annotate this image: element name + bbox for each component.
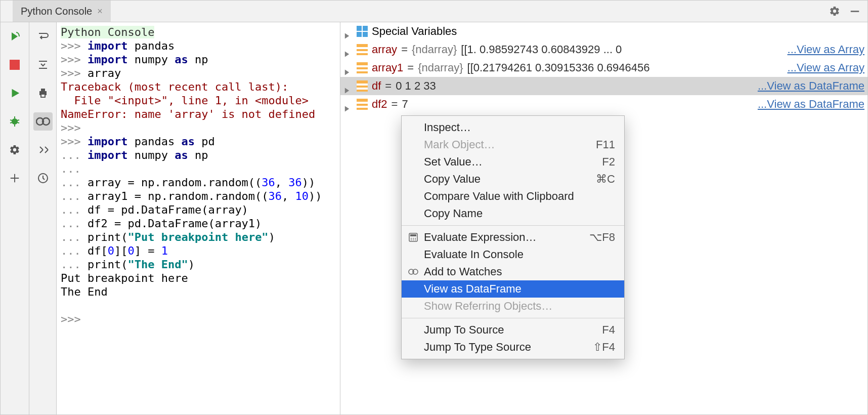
struct-icon xyxy=(357,99,368,110)
svg-rect-9 xyxy=(41,89,45,91)
menu-item[interactable]: Jump To Type Source⇧F4 xyxy=(402,339,624,356)
menu-separator xyxy=(402,318,624,318)
menu-item[interactable]: Jump To SourceF4 xyxy=(402,321,624,339)
var-type: {ndarray} xyxy=(418,59,463,77)
print-icon[interactable] xyxy=(33,84,53,102)
context-menu: Inspect…Mark Object…F11Set Value…F2Copy … xyxy=(401,115,625,359)
svg-rect-0 xyxy=(851,11,859,12)
menu-item-label: Jump To Type Source xyxy=(424,338,531,356)
menu-item-label: Inspect… xyxy=(424,118,471,137)
rerun-icon[interactable] xyxy=(5,27,24,46)
menu-item[interactable]: Compare Value with Clipboard xyxy=(402,188,624,205)
variable-row[interactable]: array = {ndarray} [[1. 0.98592743 0.6084… xyxy=(340,40,867,59)
variables-pane: Special Variables array = {ndarray} [[1.… xyxy=(340,22,867,414)
minimize-icon[interactable] xyxy=(848,5,861,18)
view-as-link[interactable]: ...View as DataFrame xyxy=(755,77,864,95)
stop-icon[interactable] xyxy=(5,56,24,74)
svg-rect-1 xyxy=(10,60,20,70)
variable-row[interactable]: array1 = {ndarray} [[0.21794261 0.309153… xyxy=(340,59,867,77)
special-variables-row[interactable]: Special Variables xyxy=(340,22,867,40)
menu-item[interactable]: Inspect… xyxy=(402,119,624,136)
variable-row[interactable]: df2 = 7...View as DataFrame xyxy=(340,95,867,113)
left-gutter-secondary xyxy=(29,22,57,414)
struct-icon xyxy=(357,44,368,55)
svg-rect-17 xyxy=(363,32,368,37)
svg-rect-16 xyxy=(357,32,362,37)
menu-item-label: Compare Value with Clipboard xyxy=(424,187,574,205)
tab-bar: Python Console × xyxy=(1,1,867,22)
menu-item-label: Set Value… xyxy=(424,153,483,171)
variable-row[interactable]: df = 0 1 2 33...View as DataFrame xyxy=(340,77,867,95)
svg-line-5 xyxy=(10,120,12,120)
menu-shortcut: ⌘C xyxy=(596,170,615,188)
watches-icon xyxy=(408,266,419,277)
svg-point-24 xyxy=(413,239,414,240)
struct-icon xyxy=(357,62,368,73)
svg-rect-15 xyxy=(363,26,368,31)
menu-shortcut: ⇧F4 xyxy=(593,338,615,356)
tab-label: Python Console xyxy=(21,6,92,17)
tab-python-console[interactable]: Python Console × xyxy=(13,1,111,22)
menu-item[interactable]: Add to Watches xyxy=(402,263,624,280)
menu-item[interactable]: Evaluate Expression…⌥F8 xyxy=(402,229,624,246)
special-vars-icon xyxy=(357,26,368,37)
svg-point-22 xyxy=(415,238,416,239)
history-icon[interactable] xyxy=(33,169,53,187)
menu-item-label: Mark Object… xyxy=(424,136,495,154)
menu-item-label: Copy Value xyxy=(424,170,481,188)
var-value: 7 xyxy=(402,95,408,113)
expand-arrow-icon[interactable] xyxy=(343,81,353,91)
menu-item[interactable]: Evaluate In Console xyxy=(402,246,624,263)
expand-arrow-icon[interactable] xyxy=(343,100,353,109)
menu-item-label: Show Referring Objects… xyxy=(424,297,552,315)
console-output[interactable]: Python Console >>> import pandas >>> imp… xyxy=(57,22,340,414)
svg-rect-10 xyxy=(41,94,45,97)
scroll-end-icon[interactable] xyxy=(33,56,53,74)
close-icon[interactable]: × xyxy=(97,6,103,17)
var-value: [[0.21794261 0.30915336 0.6946456 xyxy=(467,59,650,77)
view-as-link[interactable]: ...View as DataFrame xyxy=(755,95,864,113)
var-name: df xyxy=(372,77,381,95)
svg-point-25 xyxy=(415,239,416,240)
expand-arrow-icon[interactable] xyxy=(343,45,353,54)
svg-point-2 xyxy=(12,118,18,124)
menu-item[interactable]: View as DataFrame xyxy=(402,280,624,298)
view-as-link[interactable]: ...View as Array xyxy=(785,40,864,59)
menu-item-label: View as DataFrame xyxy=(424,280,522,298)
svg-line-6 xyxy=(17,120,19,120)
var-value: 0 1 2 33 xyxy=(396,77,436,95)
var-type: {ndarray} xyxy=(412,40,457,59)
menu-item[interactable]: Copy Name xyxy=(402,205,624,222)
menu-separator xyxy=(402,225,624,226)
var-name: array xyxy=(372,40,397,59)
gear-icon[interactable] xyxy=(828,5,841,18)
softwrap-icon[interactable] xyxy=(33,27,53,46)
special-vars-label: Special Variables xyxy=(372,22,457,40)
view-as-link[interactable]: ...View as Array xyxy=(785,59,864,77)
svg-rect-14 xyxy=(357,26,362,31)
add-icon[interactable] xyxy=(5,169,24,187)
expand-arrow-icon[interactable] xyxy=(343,63,353,72)
expand-arrow-icon[interactable] xyxy=(343,27,353,36)
history-next-icon[interactable] xyxy=(33,141,53,159)
debug-icon[interactable] xyxy=(5,112,24,131)
calculator-icon xyxy=(408,232,419,243)
svg-line-8 xyxy=(17,122,19,123)
show-vars-icon[interactable] xyxy=(33,112,53,131)
settings-icon[interactable] xyxy=(5,141,24,159)
menu-shortcut: F4 xyxy=(602,321,615,339)
svg-point-23 xyxy=(411,239,412,240)
menu-item: Show Referring Objects… xyxy=(402,298,624,315)
run-icon[interactable] xyxy=(5,84,24,102)
menu-item-label: Evaluate In Console xyxy=(424,245,524,264)
menu-item-label: Jump To Source xyxy=(424,321,504,339)
menu-item[interactable]: Copy Value⌘C xyxy=(402,171,624,188)
menu-item[interactable]: Set Value…F2 xyxy=(402,153,624,171)
menu-item: Mark Object…F11 xyxy=(402,136,624,153)
svg-point-21 xyxy=(413,238,414,239)
var-name: array1 xyxy=(372,59,403,77)
left-gutter-primary xyxy=(1,22,29,414)
svg-line-7 xyxy=(10,122,12,123)
menu-item-label: Add to Watches xyxy=(424,263,502,281)
menu-shortcut: F2 xyxy=(602,153,615,171)
